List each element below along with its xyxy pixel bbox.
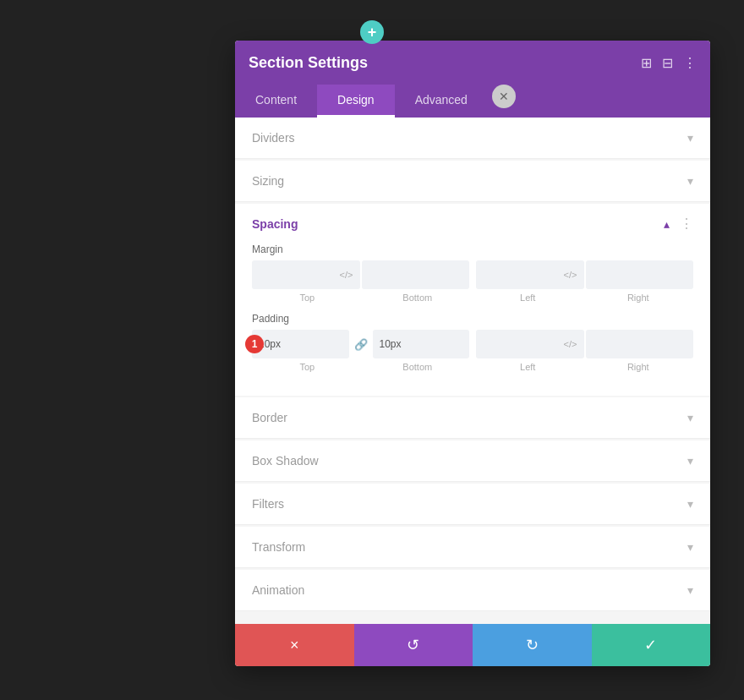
margin-bottom-input[interactable]: [362, 260, 470, 289]
border-section-header[interactable]: Border ▾: [235, 397, 710, 438]
spacing-options-icon[interactable]: ⋮: [680, 216, 693, 232]
sizing-label: Sizing: [252, 174, 284, 188]
dots-menu-icon[interactable]: ⋮: [683, 55, 697, 71]
dividers-section: Dividers ▾: [235, 118, 710, 159]
margin-top-input[interactable]: </>: [252, 260, 360, 289]
padding-left-right-pair: </>: [476, 330, 693, 358]
animation-label: Animation: [252, 583, 304, 597]
tab-bar: Content Design Advanced: [235, 85, 710, 118]
panel-title: Section Settings: [249, 54, 368, 72]
border-section: Border ▾: [235, 397, 710, 439]
sizing-section-header[interactable]: Sizing ▾: [235, 161, 710, 201]
padding-top-bottom-pair: 🔗: [252, 330, 469, 358]
add-section-button[interactable]: +: [360, 20, 384, 44]
spacing-section: Spacing ▴ ⋮ Margin </>: [235, 204, 710, 396]
margin-top-code-icon: </>: [340, 270, 353, 280]
transform-section: Transform ▾: [235, 527, 710, 568]
padding-left-input[interactable]: </>: [476, 330, 584, 358]
padding-bottom-label: Bottom: [363, 362, 473, 372]
tab-content[interactable]: Content: [235, 85, 317, 118]
spacing-section-header[interactable]: Spacing ▴ ⋮: [235, 204, 710, 243]
padding-bottom-field[interactable]: [380, 338, 463, 350]
panel-body: Dividers ▾ Sizing ▾ Spacing ▴ ⋮: [235, 118, 710, 624]
padding-lr-labels: Left Right: [473, 362, 693, 372]
box-shadow-label: Box Shadow: [252, 454, 319, 468]
margin-labels: Top Bottom Left Right: [252, 293, 693, 303]
padding-tb-labels: Top Bottom: [252, 362, 473, 372]
plus-icon: +: [368, 24, 377, 41]
spacing-chevron: ▴: [664, 217, 670, 231]
margin-top-field[interactable]: [259, 269, 340, 281]
margin-left-label: Left: [473, 293, 583, 303]
padding-bottom-input[interactable]: [373, 330, 470, 358]
tab-advanced[interactable]: Advanced: [395, 85, 488, 118]
dividers-section-header[interactable]: Dividers ▾: [235, 118, 710, 158]
border-chevron: ▾: [687, 411, 693, 424]
padding-left-code-icon: </>: [564, 339, 577, 349]
margin-label: Margin: [252, 243, 693, 255]
box-shadow-section: Box Shadow ▾: [235, 440, 710, 482]
margin-bottom-field[interactable]: [369, 269, 463, 281]
close-panel-button[interactable]: ✕: [492, 85, 516, 108]
redo-icon: ↻: [526, 636, 539, 654]
padding-input-row: 1 🔗: [252, 330, 693, 358]
margin-bottom-label: Bottom: [363, 293, 473, 303]
cancel-button[interactable]: ×: [235, 624, 354, 666]
redo-button[interactable]: ↻: [473, 624, 592, 666]
margin-input-row: </> </>: [252, 260, 693, 289]
padding-left-field[interactable]: [483, 338, 564, 350]
help-row: ? Help: [235, 613, 710, 624]
grid-icon[interactable]: ⊞: [641, 55, 652, 71]
page-background: + ✕ Section Settings ⊞ ⊟ ⋮ Content Desig…: [0, 0, 744, 700]
margin-left-input[interactable]: </>: [476, 260, 584, 289]
padding-top-field[interactable]: [259, 338, 342, 350]
sizing-section: Sizing ▾: [235, 161, 710, 202]
spacing-content: Margin </>: [235, 243, 710, 396]
padding-link-icon[interactable]: 🔗: [351, 330, 371, 358]
cancel-icon: ×: [290, 637, 299, 654]
filters-section: Filters ▾: [235, 484, 710, 525]
spacing-title: Spacing: [252, 217, 298, 231]
padding-top-label: Top: [252, 362, 363, 372]
box-shadow-chevron: ▾: [687, 454, 693, 468]
margin-left-code-icon: </>: [564, 270, 577, 280]
reset-button[interactable]: ↺: [354, 624, 473, 666]
margin-tb-labels: Top Bottom: [252, 293, 473, 303]
header-icons: ⊞ ⊟ ⋮: [641, 55, 697, 71]
save-button[interactable]: ✓: [592, 624, 711, 666]
settings-panel: Section Settings ⊞ ⊟ ⋮ Content Design Ad…: [235, 41, 710, 666]
animation-chevron: ▾: [687, 583, 693, 597]
padding-top-input[interactable]: [252, 330, 349, 358]
padding-right-input[interactable]: [586, 330, 694, 358]
filters-label: Filters: [252, 497, 284, 511]
margin-right-field[interactable]: [593, 269, 687, 281]
padding-right-field[interactable]: [593, 338, 687, 350]
padding-right-label: Right: [583, 362, 694, 372]
margin-lr-labels: Left Right: [473, 293, 693, 303]
transform-section-header[interactable]: Transform ▾: [235, 527, 710, 567]
padding-labels: Top Bottom Left Right: [252, 362, 693, 372]
spacing-header-controls: ▴ ⋮: [664, 216, 693, 232]
box-shadow-section-header[interactable]: Box Shadow ▾: [235, 440, 710, 481]
save-icon: ✓: [644, 636, 657, 654]
transform-label: Transform: [252, 540, 305, 554]
padding-left-label: Left: [473, 362, 583, 372]
margin-right-input[interactable]: [586, 260, 694, 289]
transform-chevron: ▾: [687, 540, 693, 554]
columns-icon[interactable]: ⊟: [662, 55, 673, 71]
dividers-label: Dividers: [252, 131, 295, 145]
margin-right-label: Right: [583, 293, 694, 303]
tab-design[interactable]: Design: [317, 85, 395, 118]
close-icon: ✕: [499, 90, 509, 103]
filters-section-header[interactable]: Filters ▾: [235, 484, 710, 524]
dividers-chevron: ▾: [687, 131, 693, 145]
animation-section-header[interactable]: Animation ▾: [235, 570, 710, 610]
margin-left-field[interactable]: [483, 269, 564, 281]
padding-label: Padding: [252, 313, 693, 325]
reset-icon: ↺: [407, 636, 419, 654]
margin-left-right-pair: </>: [476, 260, 693, 289]
border-label: Border: [252, 411, 287, 424]
margin-top-label: Top: [252, 293, 363, 303]
filters-chevron: ▾: [687, 497, 693, 511]
sizing-chevron: ▾: [687, 174, 693, 188]
